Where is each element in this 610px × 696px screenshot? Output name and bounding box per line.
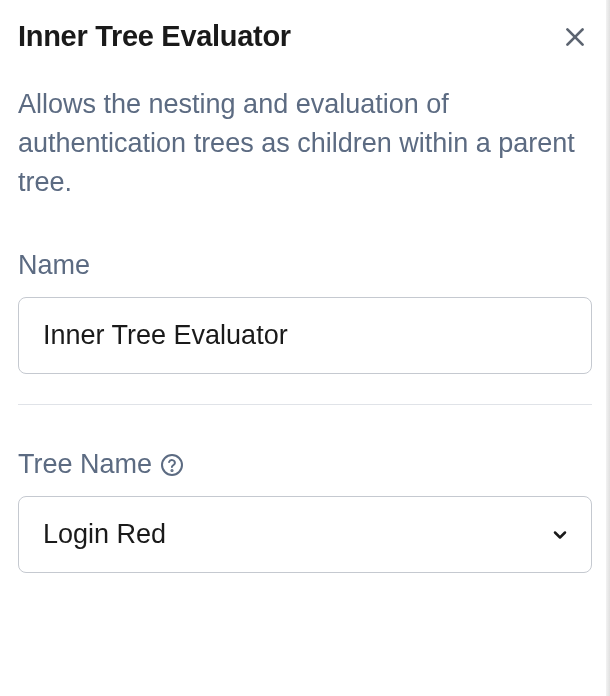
close-icon [562, 24, 588, 53]
close-button[interactable] [558, 20, 592, 57]
tree-name-label: Tree Name [18, 449, 592, 480]
panel-right-edge [606, 0, 610, 696]
panel-description: Allows the nesting and evaluation of aut… [18, 85, 578, 202]
svg-point-3 [171, 470, 172, 471]
panel-title: Inner Tree Evaluator [18, 20, 291, 53]
tree-name-field-group: Tree Name Login Red [18, 449, 592, 573]
section-divider [18, 404, 592, 405]
name-label: Name [18, 250, 592, 281]
node-config-panel: Inner Tree Evaluator Allows the nesting … [0, 0, 610, 615]
tree-name-select-wrapper: Login Red [18, 496, 592, 573]
name-input[interactable] [18, 297, 592, 374]
tree-name-select[interactable]: Login Red [18, 496, 592, 573]
help-icon[interactable] [160, 453, 184, 477]
name-field-group: Name [18, 250, 592, 374]
panel-header: Inner Tree Evaluator [18, 20, 592, 57]
tree-name-label-text: Tree Name [18, 449, 152, 480]
